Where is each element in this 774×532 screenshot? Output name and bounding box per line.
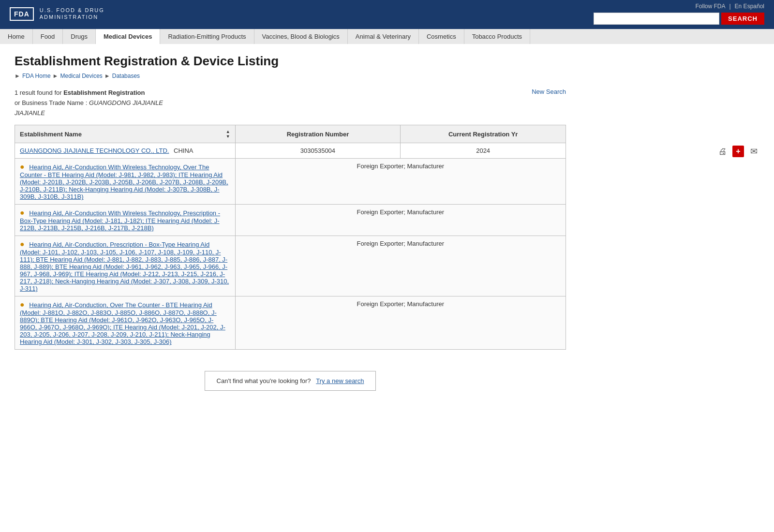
device-link-3[interactable]: Hearing Aid, Air-Conduction, Over The Co… — [20, 301, 225, 345]
breadcrumb-sep-1: ► — [53, 73, 59, 79]
establishment-name-cell: GUANGDONG JIAJIANLE TECHNOLOGY CO., LTD.… — [15, 143, 236, 159]
sort-arrows[interactable]: ▲▼ — [226, 129, 230, 139]
country-label: CHINA — [174, 147, 193, 154]
page-title: Establishment Registration & Device List… — [15, 54, 566, 69]
bullet-3: ● — [20, 300, 25, 309]
print-icon[interactable]: 🖨 — [717, 146, 729, 157]
bullet-0: ● — [20, 163, 25, 171]
device-desc-cell-3: ● Hearing Aid, Air-Conduction, Over The … — [15, 296, 236, 350]
cant-find-text: Can't find what you're looking for? — [217, 377, 311, 384]
table-row: ● Hearing Aid, Air-Conduction With Wirel… — [15, 205, 566, 236]
reg-yr-cell: 2024 — [401, 143, 566, 159]
nav-home[interactable]: Home — [0, 29, 33, 44]
device-desc-cell-2: ● Hearing Aid, Air-Conduction, Prescript… — [15, 236, 236, 296]
main-wrapper: 🖨 + ✉ Establishment Registration & Devic… — [0, 44, 774, 407]
nav-radiation[interactable]: Radiation-Emitting Products — [160, 29, 254, 44]
nav-medical-devices[interactable]: Medical Devices — [96, 29, 160, 44]
reg-number-cell: 3030535004 — [235, 143, 401, 159]
search-bar: SEARCH — [594, 13, 764, 25]
bullet-1: ● — [20, 208, 25, 217]
fda-name: U.S. FOOD & DRUG ADMINISTRATION — [40, 7, 104, 20]
new-search-link[interactable]: New Search — [532, 88, 566, 95]
mail-icon[interactable]: ✉ — [748, 146, 759, 157]
footer-box: Can't find what you're looking for? Try … — [205, 371, 376, 391]
col-reg-header: Registration Number — [235, 125, 401, 143]
result-count: 1 result found for Establishment Registr… — [15, 89, 145, 96]
footer-bar: Can't find what you're looking for? Try … — [15, 364, 566, 398]
device-desc-cell-1: ● Hearing Aid, Air-Conduction With Wirel… — [15, 205, 236, 236]
search-input[interactable] — [594, 13, 719, 25]
table-row: ● Hearing Aid, Air-Conduction, Prescript… — [15, 236, 566, 296]
fda-badge: FDA — [10, 7, 34, 21]
try-new-search-link[interactable]: Try a new search — [316, 377, 364, 384]
device-role-cell-0: Foreign Exporter; Manufacturer — [235, 159, 566, 205]
content-area: Establishment Registration & Device List… — [0, 44, 580, 407]
bullet-2: ● — [20, 240, 25, 248]
result-label: or Business Trade Name : GUANGDONG JIAJI… — [15, 99, 163, 106]
nav-food[interactable]: Food — [33, 29, 63, 44]
device-link-2[interactable]: Hearing Aid, Air-Conduction, Prescriptio… — [20, 241, 229, 292]
main-nav: Home Food Drugs Medical Devices Radiatio… — [0, 28, 774, 44]
top-right: Follow FDA | En Español SEARCH — [594, 3, 764, 25]
results-table: Establishment Name ▲▼ Registration Numbe… — [15, 125, 566, 350]
table-row: ● Hearing Aid, Air-Conduction, Over The … — [15, 296, 566, 350]
device-link-1[interactable]: Hearing Aid, Air-Conduction With Wireles… — [20, 209, 220, 232]
breadcrumb-databases[interactable]: Databases — [112, 73, 140, 79]
device-role-cell-3: Foreign Exporter; Manufacturer — [235, 296, 566, 350]
table-row: ● Hearing Aid, Air-Conduction With Wirel… — [15, 159, 566, 205]
action-icons: 🖨 + ✉ — [717, 146, 759, 157]
result-header: 1 result found for Establishment Registr… — [15, 88, 566, 118]
establishment-row: GUANGDONG JIAJIANLE TECHNOLOGY CO., LTD.… — [15, 143, 566, 159]
nav-tobacco[interactable]: Tobacco Products — [464, 29, 530, 44]
col-name-header[interactable]: Establishment Name ▲▼ — [15, 125, 236, 143]
nav-vaccines[interactable]: Vaccines, Blood & Biologics — [254, 29, 348, 44]
device-link-0[interactable]: Hearing Aid, Air-Conduction With Wireles… — [20, 163, 228, 200]
device-role-cell-2: Foreign Exporter; Manufacturer — [235, 236, 566, 296]
result-text: 1 result found for Establishment Registr… — [15, 88, 163, 118]
breadcrumb-fda-home[interactable]: FDA Home — [22, 73, 51, 79]
result-name-2: JIAJIANLE — [15, 109, 45, 117]
breadcrumb-medical-devices[interactable]: Medical Devices — [60, 73, 102, 79]
search-button[interactable]: SEARCH — [721, 13, 764, 25]
top-links: Follow FDA | En Español — [695, 3, 764, 10]
nav-drugs[interactable]: Drugs — [63, 29, 96, 44]
nav-cosmetics[interactable]: Cosmetics — [419, 29, 464, 44]
device-role-cell-1: Foreign Exporter; Manufacturer — [235, 205, 566, 236]
nav-animal[interactable]: Animal & Veterinary — [348, 29, 419, 44]
plus-icon[interactable]: + — [732, 146, 744, 157]
fda-logo: FDA U.S. FOOD & DRUG ADMINISTRATION — [10, 7, 104, 21]
establishment-link[interactable]: GUANGDONG JIAJIANLE TECHNOLOGY CO., LTD. — [20, 147, 169, 154]
espanol-link[interactable]: En Español — [735, 3, 764, 10]
col-yr-header: Current Registration Yr — [401, 125, 566, 143]
breadcrumb-sep-0: ► — [15, 73, 20, 79]
breadcrumb-sep-2: ► — [104, 73, 110, 79]
device-desc-cell-0: ● Hearing Aid, Air-Conduction With Wirel… — [15, 159, 236, 205]
breadcrumb: ► FDA Home ► Medical Devices ► Databases — [15, 73, 566, 79]
follow-fda-link[interactable]: Follow FDA — [695, 3, 725, 10]
